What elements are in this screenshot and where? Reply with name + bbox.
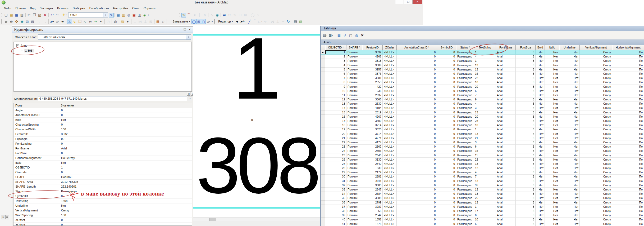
table-cell[interactable]: Arial [496,119,516,123]
table-cell[interactable]: Полигон [346,222,362,226]
tree-node-feature[interactable]: ····· 1 308 [21,49,34,52]
row-selector[interactable] [321,55,325,59]
table-cell[interactable]: Размещено [456,110,474,115]
table-cell[interactable]: Нет [545,183,559,188]
generalize-icon[interactable]: ◇ [161,19,166,24]
row-selector[interactable] [321,205,325,209]
table-cell[interactable]: 8 [516,68,536,72]
switch-selection-icon[interactable]: ⇄ [342,33,348,38]
table-cell[interactable]: 8 [516,175,536,179]
table-cell[interactable]: 3214 [362,123,383,127]
table-cell[interactable]: <NULL> [383,218,397,222]
table-cell[interactable]: Размещено [456,106,474,110]
map-horizontal-scrollbar[interactable] [193,217,320,221]
print-icon[interactable]: ▥ [19,12,25,18]
table-cell[interactable]: Нет [536,98,545,102]
table-cell[interactable]: Нет [545,98,559,102]
table-cell[interactable]: 0 [397,50,437,55]
table-cell[interactable]: Нет [559,213,580,218]
table-cell[interactable]: 8 [516,209,536,213]
table-cell[interactable]: 0 [437,50,456,55]
table-cell[interactable]: Полигон [346,196,362,200]
table-cell[interactable]: 8 [516,127,536,132]
table-cell[interactable]: Arial [496,179,516,183]
table-cell[interactable]: 4271 [362,136,383,140]
table-cell[interactable]: Нет [536,222,545,226]
table-cell[interactable]: Полигон [346,85,362,89]
table-cell[interactable]: По [612,145,644,149]
table-row[interactable]: 40Полигон1851<NULL>00Размещено10Arial8Не… [321,218,644,222]
table-cell[interactable]: 10 [325,89,346,93]
identify-icon[interactable]: ⓘ [67,19,72,24]
table-cell[interactable]: Снизу [580,106,612,110]
table-cell[interactable]: По [612,93,644,98]
table-cell[interactable]: 0 [397,222,437,226]
sort-fields-icon[interactable]: ▤ [187,92,190,96]
table-cell[interactable]: 3 [474,106,496,110]
table-cell[interactable]: Нет [545,196,559,200]
map-canvas[interactable]: 1 308 × [193,25,320,226]
table-cell[interactable]: 26 [325,158,346,162]
table-cell[interactable]: Снизу [580,68,612,72]
table-cell[interactable]: Размещено [456,115,474,119]
table-cell[interactable]: Снизу [580,158,612,162]
map-topology-icon[interactable]: ∟ [132,19,138,24]
column-header-horizontalalignment[interactable]: HorizontalAlignment [612,45,644,50]
table-cell[interactable]: Полигон [346,50,362,55]
table-cell[interactable]: 4266 [362,55,383,59]
table-cell[interactable]: Полигон [346,179,362,183]
table-row[interactable]: 4Полигон3089<NULL>00Размещено13Arial8Нет… [321,63,644,68]
table-row[interactable]: 25Полигон2645<NULL>00Размещено11Arial8Не… [321,153,644,158]
maximize-button[interactable]: ❒ [404,0,413,4]
table-cell[interactable]: 0 [437,80,456,85]
table-cell[interactable]: Снизу [580,170,612,175]
snap-vertex-icon[interactable]: ▢ [201,19,206,24]
table-cell[interactable]: Размещено [456,132,474,136]
table-cell[interactable]: Размещено [456,72,474,76]
table-cell[interactable]: <NULL> [383,123,397,127]
table-cell[interactable]: Нет [536,63,545,68]
table-cell[interactable]: 8 [516,76,536,80]
go-forward-extent-icon[interactable]: → [42,19,48,24]
table-cell[interactable]: 0 [397,196,437,200]
table-cell[interactable]: Размещено [456,192,474,196]
table-cell[interactable]: 0 [437,170,456,175]
table-cell[interactable]: <NULL> [383,89,397,93]
table-row[interactable]: 10Полигон236<NULL>00Размещено6Arial8НетН… [321,89,644,93]
table-cell[interactable]: Arial [496,106,516,110]
table-cell[interactable]: Нет [536,153,545,158]
table-cell[interactable]: Полигон [346,149,362,153]
menu-item[interactable]: Справка [141,6,158,11]
table-cell[interactable]: 4174 [362,140,383,145]
table-cell[interactable]: 33 [325,188,346,192]
table-cell[interactable]: Нет [536,213,545,218]
table-cell[interactable]: Полигон [346,145,362,149]
table-cell[interactable]: Снизу [580,183,612,188]
column-header-symbolid[interactable]: SymbolID [437,45,456,50]
row-selector[interactable] [321,158,325,162]
table-cell[interactable]: Нет [536,106,545,110]
chevron-down-icon[interactable]: ▼ [186,35,191,39]
table-cell[interactable]: Нет [545,140,559,145]
table-cell[interactable]: Нет [545,110,559,115]
table-cell[interactable]: 8 [516,205,536,209]
table-cell[interactable]: 32 [325,183,346,188]
table-cell[interactable]: <NULL> [383,166,397,170]
rotate-feature-icon[interactable]: ↻ [286,19,291,24]
buffer-tool-icon[interactable]: ⊞ [243,12,248,18]
table-cell[interactable]: Arial [496,132,516,136]
table-cell[interactable]: 6 [474,145,496,149]
table-row[interactable]: 22Полигон4174<NULL>00Размещено3Arial8Нет… [321,140,644,145]
zoom-to-selected-icon[interactable]: ◍ [354,33,359,38]
table-cell[interactable]: 0 [437,209,456,213]
table-cell[interactable]: 0 [437,127,456,132]
table-cell[interactable]: 8 [516,188,536,192]
table-cell[interactable]: 38 [325,209,346,213]
table-cell[interactable]: 17 [474,209,496,213]
table-cell[interactable]: Нет [559,209,580,213]
snap-point-icon[interactable]: ◯ [191,19,196,24]
table-cell[interactable]: Нет [559,72,580,76]
table-cell[interactable]: Нет [559,85,580,89]
row-selector[interactable] [321,127,325,132]
table-cell[interactable]: 8 [516,183,536,188]
